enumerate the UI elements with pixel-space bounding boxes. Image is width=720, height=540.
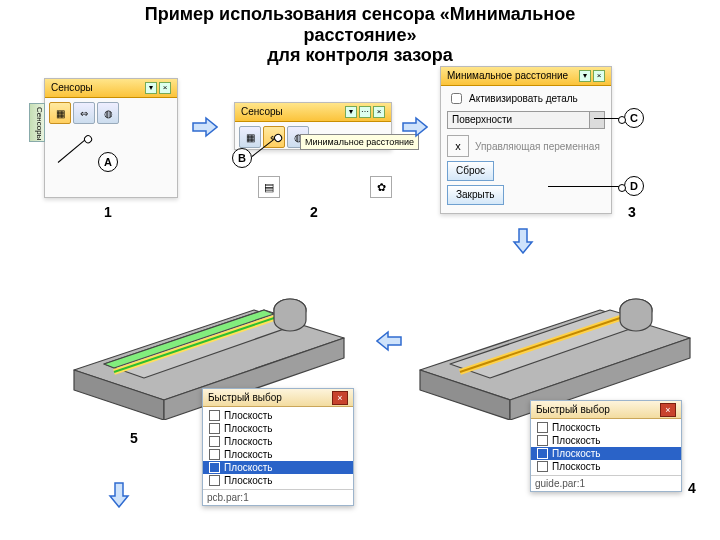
overview-icon[interactable]: ▦ (49, 102, 71, 124)
side-tab-sensors[interactable]: Сенсоры (29, 103, 45, 142)
close-icon[interactable]: × (660, 403, 676, 417)
quick-select-header: Быстрый выбор × (531, 401, 681, 419)
callout-d-pointer (548, 186, 624, 187)
quick-select-header: Быстрый выбор × (203, 389, 353, 407)
title-line-2: расстояние» (304, 25, 417, 45)
list-item[interactable]: Плоскость (203, 435, 353, 448)
pin-icon[interactable]: ▾ (345, 106, 357, 118)
list-item[interactable]: Плоскость (531, 421, 681, 434)
surfaces-value: Поверхности (452, 114, 512, 125)
activate-part-check[interactable]: Активизировать деталь (447, 90, 605, 107)
close-icon[interactable]: × (159, 82, 171, 94)
close-icon[interactable]: × (593, 70, 605, 82)
list-item[interactable]: Плоскость (203, 474, 353, 487)
quick-select-title: Быстрый выбор (536, 401, 610, 418)
panel-header: Сенсоры ▾ × (45, 79, 177, 98)
list-item-selected[interactable]: Плоскость (203, 461, 353, 474)
activate-part-label: Активизировать деталь (469, 93, 578, 104)
surfaces-dropdown[interactable]: Поверхности (447, 111, 605, 129)
chevron-down-icon[interactable] (589, 112, 604, 128)
callout-a: A (98, 152, 118, 172)
page-title: Пример использования сенсора «Минимально… (0, 4, 720, 66)
side-tabs: Сенсоры (29, 103, 45, 142)
arrow-right-2 (402, 116, 428, 138)
title-line-3: для контроля зазора (267, 45, 453, 65)
list-item[interactable]: Плоскость (203, 409, 353, 422)
min-dist-icon[interactable]: ⇔ (73, 102, 95, 124)
quick-select-list: Плоскость Плоскость Плоскость Плоскость … (203, 407, 353, 489)
quick-select-5: Быстрый выбор × Плоскость Плоскость Плос… (202, 388, 354, 506)
list-item[interactable]: Плоскость (531, 434, 681, 447)
arrow-right-1 (192, 116, 218, 138)
quick-select-footer: guide.par:1 (531, 475, 681, 491)
sensors-panel-1: Сенсоры ▾ × ▦ ⇔ ◍ Сенсоры (44, 78, 178, 198)
close-icon[interactable]: × (373, 106, 385, 118)
panel-header-3: Минимальное расстояние ▾ × (441, 67, 611, 86)
menu-icon[interactable]: ⋯ (359, 106, 371, 118)
callout-c: C (624, 108, 644, 128)
callout-c-pointer (594, 118, 624, 119)
step-number-1: 1 (104, 204, 112, 220)
panel-controls-3: ▾ × (579, 70, 605, 82)
step-number-5: 5 (130, 430, 138, 446)
pin-icon[interactable]: ▾ (579, 70, 591, 82)
close-button[interactable]: Закрыть (447, 185, 504, 205)
title-line-1: Пример использования сенсора «Минимально… (145, 4, 575, 24)
arrow-left-1 (376, 330, 402, 352)
var-icon[interactable]: x (447, 135, 469, 157)
callout-b: B (232, 148, 252, 168)
panel-header-2: Сенсоры ▾ ⋯ × (235, 103, 391, 122)
part-model-4 (400, 260, 700, 420)
general-var-icon[interactable]: ◍ (97, 102, 119, 124)
quick-select-footer: pcb.par:1 (203, 489, 353, 505)
step-number-4: 4 (688, 480, 696, 496)
quick-select-title: Быстрый выбор (208, 389, 282, 406)
list-item-selected[interactable]: Плоскость (531, 447, 681, 460)
activate-part-checkbox[interactable] (451, 93, 462, 104)
diagram-stage: Пример использования сенсора «Минимально… (0, 0, 720, 540)
overview-icon[interactable]: ▦ (239, 126, 261, 148)
panel-controls: ▾ × (145, 82, 171, 94)
list-item[interactable]: Плоскость (203, 448, 353, 461)
toolbar: ▦ ⇔ ◍ (45, 98, 177, 128)
step-number-2: 2 (310, 204, 318, 220)
ctrl-var-label: Управляющая переменная (475, 141, 600, 152)
list-item[interactable]: Плоскость (203, 422, 353, 435)
step-number-3: 3 (628, 204, 636, 220)
arrow-down-2 (108, 482, 130, 508)
arrow-down-1 (512, 228, 534, 254)
panel-controls-2: ▾ ⋯ × (345, 106, 385, 118)
reset-button[interactable]: Сброс (447, 161, 494, 181)
panel-title-3: Минимальное расстояние (447, 67, 568, 85)
float-icon-2[interactable]: ✿ (370, 176, 392, 198)
quick-select-4: Быстрый выбор × Плоскость Плоскость Плос… (530, 400, 682, 492)
panel-title-2: Сенсоры (241, 103, 283, 121)
pin-icon[interactable]: ▾ (145, 82, 157, 94)
callout-d: D (624, 176, 644, 196)
min-dist-panel: Минимальное расстояние ▾ × Активизироват… (440, 66, 612, 214)
close-icon[interactable]: × (332, 391, 348, 405)
float-icon-1[interactable]: ▤ (258, 176, 280, 198)
quick-select-list: Плоскость Плоскость Плоскость Плоскость (531, 419, 681, 475)
panel-title: Сенсоры (51, 79, 93, 97)
list-item[interactable]: Плоскость (531, 460, 681, 473)
